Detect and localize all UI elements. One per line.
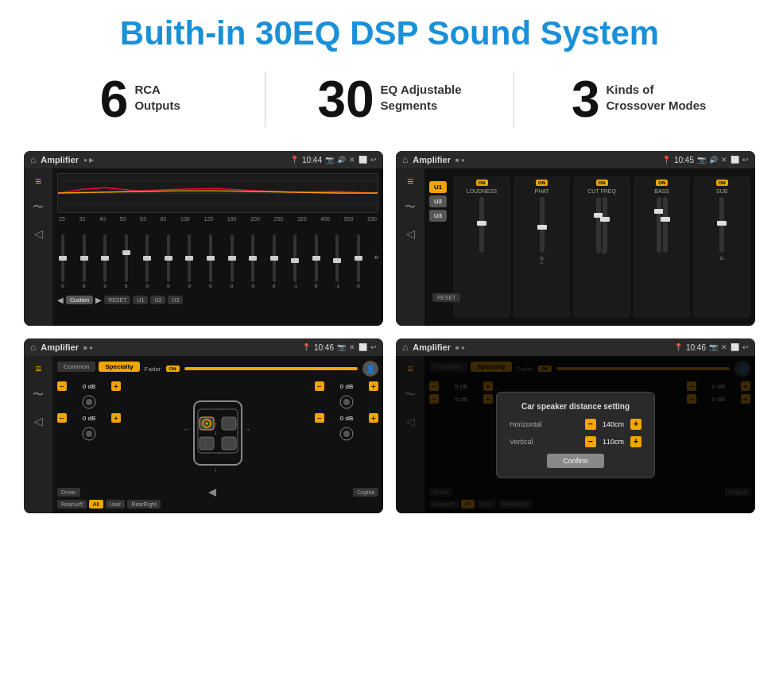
close-icon-4: ✕ [721, 343, 727, 351]
back-icon-1[interactable]: ↩ [370, 156, 377, 164]
sub-on-badge[interactable]: ON [716, 180, 728, 186]
wave-icon-2[interactable]: 〜 [405, 200, 416, 215]
eq-sliders: 0 0 0 5 0 0 0 0 0 0 0 -1 0 -1 0 » [57, 225, 378, 288]
db-plus-3[interactable]: + [369, 413, 378, 423]
eq-slider-14[interactable]: 0 [353, 234, 364, 288]
screen2-sidebar: ≡ 〜 ◁ [396, 168, 424, 326]
db-plus-2[interactable]: + [369, 381, 378, 391]
eq-slider-5[interactable]: 0 [163, 234, 174, 288]
eq-slider-11[interactable]: -1 [289, 234, 300, 288]
rearright-btn[interactable]: RearRight [127, 500, 161, 509]
wave-icon-3[interactable]: 〜 [33, 388, 44, 402]
u2-select-btn[interactable]: U2 [429, 195, 447, 207]
specialty-tab[interactable]: Specialty [99, 362, 139, 372]
db-plus-1[interactable]: + [111, 413, 121, 423]
common-tab[interactable]: Common [57, 362, 95, 372]
screen4-time: 10:46 [686, 343, 706, 352]
horizontal-plus-btn[interactable]: + [630, 419, 641, 430]
custom-btn[interactable]: Custom [66, 296, 93, 304]
u3-btn[interactable]: U3 [168, 296, 183, 304]
fader-on-badge[interactable]: ON [166, 365, 180, 372]
vertical-plus-btn[interactable]: + [630, 436, 641, 447]
avatar-icon[interactable]: 👤 [362, 361, 378, 377]
status-icons-2: 📍 10:45 📷 🔊 ✕ ⬜ ↩ [662, 156, 749, 164]
db-minus-0[interactable]: − [57, 381, 67, 391]
eq-slider-4[interactable]: 0 [141, 234, 153, 288]
location-icon-2: 📍 [662, 156, 671, 164]
rearleft-btn[interactable]: RearLeft [57, 500, 87, 509]
next-preset-btn[interactable]: ▶ [95, 296, 102, 304]
driver-btn[interactable]: Driver [57, 488, 80, 497]
reset-btn-2[interactable]: RESET [432, 293, 460, 302]
speaker-side-icon-2[interactable]: ◁ [406, 227, 415, 240]
eq-slider-12[interactable]: 0 [311, 234, 322, 288]
screen-dialog: ⌂ Amplifier ■ ● 📍 10:46 📷 ✕ ⬜ ↩ ≡ 〜 ◁ [396, 338, 755, 513]
loudness-on-badge[interactable]: ON [476, 180, 488, 186]
eq-slider-6[interactable]: 0 [184, 234, 195, 288]
cutfreq-on-badge[interactable]: ON [596, 180, 608, 186]
fader-slider[interactable] [184, 367, 358, 370]
prev-preset-btn[interactable]: ◀ [57, 296, 64, 304]
eq-slider-10[interactable]: 0 [269, 234, 280, 288]
eq-slider-13[interactable]: -1 [331, 234, 343, 288]
eq-icon-3[interactable]: ≡ [35, 362, 41, 375]
u1-btn[interactable]: U1 [133, 296, 148, 304]
wave-icon[interactable]: 〜 [33, 200, 44, 215]
spec-bottom-row-2: RearLeft All User RearRight [57, 500, 378, 509]
bass-slider-f[interactable] [657, 197, 661, 253]
home-icon-3[interactable]: ⌂ [30, 342, 36, 353]
home-icon-4[interactable]: ⌂ [402, 342, 408, 353]
amp-channels: ON LOUDNESS ON PHAT G F ON [453, 173, 750, 321]
u2-btn[interactable]: U2 [150, 296, 165, 304]
phat-slider[interactable] [540, 197, 545, 253]
back-icon-4[interactable]: ↩ [742, 343, 749, 351]
back-icon-3[interactable]: ↩ [370, 343, 377, 351]
cutfreq-slider-g[interactable] [603, 197, 607, 253]
db-minus-3[interactable]: − [315, 413, 324, 423]
screen1-sidebar: ≡ 〜 ◁ [24, 168, 52, 326]
stat-crossover: 3 Kinds of Crossover Modes [530, 74, 747, 125]
amp-channel-phat: ON PHAT G F [514, 176, 571, 318]
cutfreq-label: CUT FREQ [587, 188, 616, 194]
db-minus-1[interactable]: − [57, 413, 67, 423]
bass-on-badge[interactable]: ON [656, 180, 668, 186]
speaker-diagram-r2 [335, 426, 358, 442]
eq-slider-8[interactable]: 0 [227, 234, 238, 288]
stats-row: 6 RCA Outputs 30 EQ Adjustable Segments … [0, 60, 779, 143]
phat-on-badge[interactable]: ON [536, 180, 548, 186]
back-icon-2[interactable]: ↩ [742, 156, 749, 164]
home-icon-1[interactable]: ⌂ [30, 154, 36, 165]
u1-select-btn[interactable]: U1 [429, 181, 447, 193]
bass-slider-g[interactable] [663, 197, 668, 253]
db-minus-2[interactable]: − [315, 381, 324, 391]
loudness-slider[interactable] [479, 197, 484, 253]
u3-select-btn[interactable]: U3 [429, 210, 447, 222]
scroll-right-icon[interactable]: » [374, 253, 378, 261]
vertical-minus-btn[interactable]: − [585, 436, 596, 447]
eq-slider-1[interactable]: 0 [79, 234, 90, 288]
spec-bottom-row: Driver Copilot [57, 488, 378, 497]
speaker-side-icon-3[interactable]: ◁ [34, 415, 43, 427]
eq-slider-3[interactable]: 5 [121, 234, 132, 288]
sub-slider[interactable] [719, 197, 724, 253]
eq-slider-2[interactable]: 0 [99, 234, 110, 288]
close-icon-2: ✕ [721, 156, 727, 164]
horizontal-minus-btn[interactable]: − [585, 419, 596, 430]
eq-slider-7[interactable]: 0 [205, 234, 216, 288]
user-btn[interactable]: User [106, 500, 126, 509]
speaker-side-icon[interactable]: ◁ [34, 227, 43, 240]
cutfreq-slider-f[interactable] [596, 197, 601, 253]
eq-icon-2[interactable]: ≡ [407, 175, 413, 188]
eq-icon[interactable]: ≡ [35, 175, 41, 188]
copilot-btn[interactable]: Copilot [353, 488, 378, 497]
confirm-button[interactable]: Confirm [547, 454, 604, 468]
eq-slider-9[interactable]: 0 [247, 234, 258, 288]
eq-slider-0[interactable]: 0 [57, 234, 68, 288]
screen3-time: 10:46 [314, 343, 334, 352]
db-plus-0[interactable]: + [111, 381, 121, 391]
all-btn[interactable]: All [89, 500, 103, 509]
reset-btn-1[interactable]: RESET [104, 296, 130, 304]
svg-text:→: → [244, 426, 250, 433]
home-icon-2[interactable]: ⌂ [402, 154, 408, 165]
amp-channel-cutfreq: ON CUT FREQ F G [573, 176, 630, 318]
